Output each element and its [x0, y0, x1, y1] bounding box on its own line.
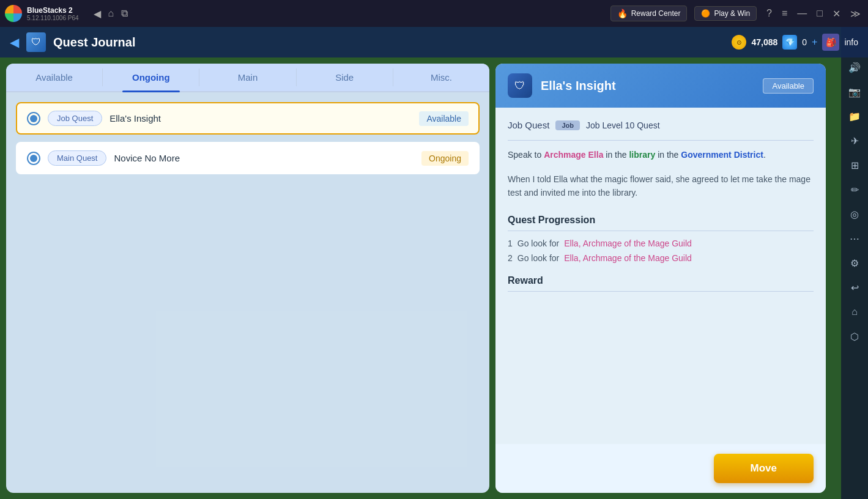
sidebar-apps-icon[interactable]: ⊞	[844, 154, 866, 176]
tab-misc[interactable]: Misc.	[393, 64, 489, 91]
topbar-left: BlueStacks 2 5.12.110.1006 P64 ◀ ⌂ ⧉	[5, 5, 610, 22]
tab-ongoing[interactable]: Ongoing	[103, 64, 199, 91]
back-nav-icon[interactable]: ◀	[94, 8, 101, 20]
info-label: info	[844, 37, 858, 47]
quest-header-bar: ◀ 🛡 Quest Journal ⊙ 47,088 💎 0 + 🎒 info	[0, 27, 868, 57]
quest-type-badge-1: Job Quest	[48, 111, 102, 126]
quest-type-badge-2: Main Quest	[48, 150, 106, 166]
desc-library: library	[629, 150, 655, 160]
reward-center-label: Reward Center	[631, 9, 681, 18]
quest-name-1: Ella's Insight	[109, 113, 412, 124]
quest-radio-2	[27, 152, 40, 165]
coin-icon: ⊙	[732, 35, 746, 50]
sidebar-more-icon[interactable]: ⋯	[844, 227, 866, 250]
detail-level-text: Job Level 10 Quest	[586, 120, 660, 130]
progression-item-2: 2 Go look for Ella, Archmage of the Mage…	[508, 253, 814, 263]
sidebar-screenshot-icon[interactable]: 📷	[844, 81, 866, 103]
quest-back-button[interactable]: ◀	[10, 35, 19, 50]
quest-list-body: Job Quest Ella's Insight Available Main …	[6, 92, 489, 493]
quest-name-2: Novice No More	[114, 153, 414, 163]
desc-government-district: Government District	[681, 150, 763, 160]
desc-period: .	[763, 150, 766, 160]
detail-meta-divider	[508, 140, 814, 141]
right-sidebar: ⤢ 🔊 📷 📁 ✈ ⊞ ✏ ◎ ⋯ ⚙ ↩ ⌂ ⬡	[841, 27, 868, 499]
gem-icon: 💎	[782, 35, 797, 50]
detail-status-badge: Available	[763, 78, 814, 94]
gem-count: 0	[802, 37, 807, 47]
play-win-icon: 🟠	[701, 9, 710, 18]
quest-status-2: Ongoing	[421, 151, 469, 166]
detail-story-text: When I told Ella what the magic flower s…	[508, 172, 814, 200]
coin-amount: 47,088	[751, 37, 777, 47]
menu-icon[interactable]: ≡	[779, 8, 790, 19]
sidebar-back-icon[interactable]: ↩	[844, 276, 866, 298]
progression-prefix-2: Go look for	[517, 253, 559, 263]
reward-title: Reward	[508, 275, 814, 286]
job-badge: Job	[555, 120, 580, 130]
topbar-center: 🔥 Reward Center 🟠 Play & Win	[610, 6, 757, 21]
detail-meta-row: Job Quest Job Job Level 10 Quest	[508, 120, 814, 130]
sidebar-toggle-icon[interactable]: ≫	[848, 8, 863, 20]
quest-radio-inner-2	[30, 155, 37, 162]
bag-icon: 🎒	[822, 34, 839, 51]
quest-journal-title: Quest Journal	[53, 35, 135, 50]
play-win-label: Play & Win	[714, 9, 750, 18]
quest-item-ellas-insight[interactable]: Job Quest Ella's Insight Available	[16, 102, 480, 135]
progression-prefix-1: Go look for	[517, 238, 559, 248]
maximize-icon[interactable]: □	[814, 8, 825, 19]
close-icon[interactable]: ✕	[830, 8, 843, 20]
sidebar-location-icon[interactable]: ◎	[844, 203, 866, 225]
quest-list-panel: Available Ongoing Main Side Misc.	[6, 64, 489, 493]
app-name: BlueStacks 2	[27, 6, 79, 15]
quest-tabs: Available Ongoing Main Side Misc.	[6, 64, 489, 92]
detail-description: Speak to Archmage Ella in the library in…	[508, 148, 814, 163]
play-win-button[interactable]: 🟠 Play & Win	[694, 6, 757, 21]
quest-detail-panel: 🛡 Ella's Insight Available Job Quest Job…	[495, 64, 826, 493]
detail-body: Job Quest Job Job Level 10 Quest Speak t…	[495, 108, 826, 444]
progression-link-1: Ella, Archmage of the Mage Guild	[564, 238, 692, 248]
copy-nav-icon[interactable]: ⧉	[121, 8, 128, 19]
header-coins: ⊙ 47,088 💎 0 + 🎒 info	[732, 34, 858, 51]
tab-side[interactable]: Side	[297, 64, 393, 91]
progression-divider	[508, 231, 814, 231]
quest-journal-icon: 🛡	[26, 32, 46, 52]
desc-archmage-ella: Archmage Ella	[544, 150, 603, 160]
detail-quest-name: Ella's Insight	[541, 79, 754, 93]
sidebar-volume-icon[interactable]: 🔊	[844, 56, 866, 78]
home-nav-icon[interactable]: ⌂	[108, 8, 114, 19]
sidebar-settings-icon[interactable]: ⚙	[844, 252, 866, 274]
tab-available[interactable]: Available	[6, 64, 102, 91]
quest-radio-1	[27, 112, 40, 125]
sidebar-edit-icon[interactable]: ✏	[844, 179, 866, 201]
sidebar-recent-icon[interactable]: ⬡	[844, 325, 866, 347]
reward-section: Reward	[508, 275, 814, 292]
move-button[interactable]: Move	[714, 454, 814, 483]
bluestacks-logo-icon	[5, 5, 22, 22]
progression-num-2: 2	[508, 253, 513, 263]
desc-text-2: in the	[603, 150, 629, 160]
detail-footer: Move	[495, 444, 826, 493]
tab-main[interactable]: Main	[199, 64, 295, 91]
app-version: 5.12.110.1006 P64	[27, 15, 79, 21]
detail-quest-icon: 🛡	[508, 73, 532, 98]
progression-link-2: Ella, Archmage of the Mage Guild	[564, 253, 692, 263]
sidebar-airplane-icon[interactable]: ✈	[844, 130, 866, 152]
sidebar-folder-icon[interactable]: 📁	[844, 105, 866, 127]
minimize-icon[interactable]: —	[795, 8, 809, 19]
detail-quest-type-label: Job Quest	[508, 120, 549, 130]
help-icon[interactable]: ?	[764, 8, 774, 19]
main-content: Available Ongoing Main Side Misc.	[0, 57, 868, 499]
reward-icon: 🔥	[617, 9, 628, 18]
add-gems-button[interactable]: +	[812, 37, 817, 48]
topbar-nav: ◀ ⌂ ⧉	[94, 8, 128, 20]
quest-item-novice-no-more[interactable]: Main Quest Novice No More Ongoing	[16, 142, 480, 174]
topbar-right: ? ≡ — □ ✕ ≫	[764, 8, 863, 20]
detail-header: 🛡 Ella's Insight Available	[495, 64, 826, 108]
quest-radio-inner-1	[30, 115, 37, 122]
reward-center-button[interactable]: 🔥 Reward Center	[610, 6, 688, 21]
reward-divider	[508, 291, 814, 292]
progression-item-1: 1 Go look for Ella, Archmage of the Mage…	[508, 238, 814, 248]
desc-text-1: Speak to	[508, 150, 544, 160]
progression-num-1: 1	[508, 238, 513, 248]
sidebar-home-icon[interactable]: ⌂	[844, 301, 866, 323]
